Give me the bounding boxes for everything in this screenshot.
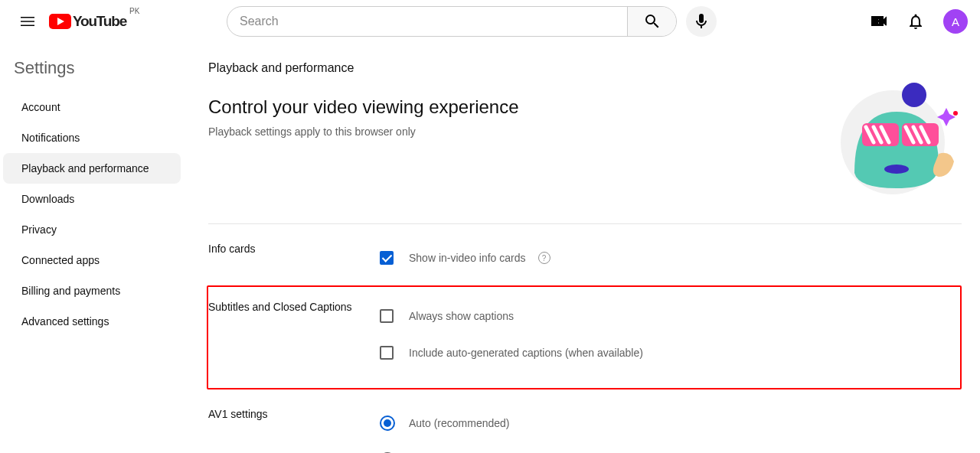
sidebar-item-billing[interactable]: Billing and payments bbox=[3, 275, 181, 306]
sidebar-item-notifications[interactable]: Notifications bbox=[3, 122, 181, 153]
page-title: Playback and performance bbox=[208, 61, 962, 75]
avatar[interactable]: A bbox=[943, 9, 968, 34]
header-left: YouTube PK bbox=[12, 6, 227, 37]
sidebar-item-privacy[interactable]: Privacy bbox=[3, 214, 181, 245]
auto-captions-checkbox[interactable] bbox=[380, 346, 394, 360]
info-cards-row: Show in-video info cards ? bbox=[380, 243, 962, 273]
av1-row-sd: Prefer AV1 for SD ? bbox=[380, 445, 962, 453]
settings-sidebar: Settings Account Notifications Playback … bbox=[0, 43, 184, 453]
section-captions: Subtitles and Closed Captions Always sho… bbox=[208, 301, 945, 374]
hamburger-icon bbox=[18, 12, 37, 31]
create-icon bbox=[870, 12, 888, 31]
menu-button[interactable] bbox=[12, 6, 43, 37]
always-captions-label: Always show captions bbox=[409, 310, 514, 322]
youtube-logo[interactable]: YouTube PK bbox=[49, 13, 139, 30]
captions-highlight-box: Subtitles and Closed Captions Always sho… bbox=[207, 285, 962, 389]
youtube-logo-mark: YouTube bbox=[49, 13, 126, 30]
av1-label: AV1 settings bbox=[208, 408, 380, 453]
page-body: Settings Account Notifications Playback … bbox=[0, 43, 980, 453]
section-av1: AV1 settings Auto (recommended) Prefer A… bbox=[208, 389, 962, 453]
create-button[interactable] bbox=[864, 6, 894, 37]
auto-captions-label: Include auto-generated captions (when av… bbox=[409, 347, 643, 359]
sidebar-item-connected-apps[interactable]: Connected apps bbox=[3, 245, 181, 275]
sidebar-item-downloads[interactable]: Downloads bbox=[3, 184, 181, 214]
headline: Control your video viewing experience bbox=[208, 96, 519, 118]
av1-auto-radio[interactable] bbox=[380, 416, 395, 431]
notifications-button[interactable] bbox=[900, 6, 931, 37]
decorative-illustration bbox=[824, 81, 962, 196]
search-input[interactable] bbox=[227, 15, 627, 28]
captions-row-auto: Include auto-generated captions (when av… bbox=[380, 337, 945, 368]
search-button[interactable] bbox=[627, 6, 676, 37]
app-header: YouTube PK A bbox=[0, 0, 980, 43]
subhead: Playback settings apply to this browser … bbox=[208, 125, 519, 138]
captions-row-always: Always show captions bbox=[380, 301, 945, 331]
sidebar-item-playback[interactable]: Playback and performance bbox=[3, 153, 181, 184]
sidebar-item-account[interactable]: Account bbox=[3, 92, 181, 122]
header-center bbox=[227, 6, 717, 37]
microphone-icon bbox=[692, 12, 710, 31]
info-cards-option-label: Show in-video info cards bbox=[409, 252, 526, 264]
header-right: A bbox=[864, 6, 968, 37]
person-sunglasses-icon bbox=[824, 81, 962, 196]
search-icon bbox=[643, 12, 662, 31]
sidebar-item-advanced[interactable]: Advanced settings bbox=[3, 306, 181, 337]
svg-point-1 bbox=[902, 83, 926, 107]
always-captions-checkbox[interactable] bbox=[380, 309, 394, 323]
svg-point-5 bbox=[953, 111, 958, 116]
bell-icon bbox=[906, 12, 925, 31]
svg-point-2 bbox=[884, 165, 909, 174]
av1-auto-label: Auto (recommended) bbox=[409, 417, 510, 429]
youtube-play-icon bbox=[49, 14, 71, 29]
search-box bbox=[227, 6, 677, 37]
main-content: Playback and performance Control your vi… bbox=[184, 43, 980, 453]
info-cards-help[interactable]: ? bbox=[538, 252, 550, 264]
youtube-wordmark: YouTube bbox=[73, 13, 126, 30]
voice-search-button[interactable] bbox=[686, 6, 717, 37]
captions-label: Subtitles and Closed Captions bbox=[208, 301, 380, 374]
av1-row-auto: Auto (recommended) bbox=[380, 408, 962, 438]
info-cards-label: Info cards bbox=[208, 243, 380, 279]
intro-block: Control your video viewing experience Pl… bbox=[208, 96, 962, 224]
region-code: PK bbox=[129, 7, 139, 15]
sidebar-title: Settings bbox=[0, 52, 184, 92]
info-cards-checkbox[interactable] bbox=[380, 251, 394, 265]
intro-text: Control your video viewing experience Pl… bbox=[208, 96, 519, 138]
section-info-cards: Info cards Show in-video info cards ? bbox=[208, 224, 962, 279]
